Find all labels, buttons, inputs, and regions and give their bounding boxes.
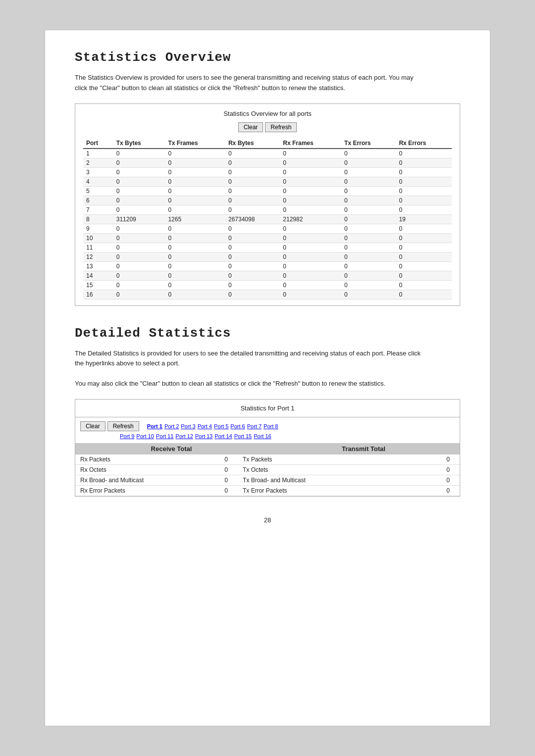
port-tab-9[interactable]: Port 9 [120, 433, 134, 439]
col-header-tx-errors: Tx Errors [341, 138, 396, 149]
port-tab-3[interactable]: Port 3 [181, 423, 195, 429]
overview-btn-row: Clear Refresh [83, 122, 452, 132]
overview-panel-title: Statistics Overview for all ports [83, 110, 452, 117]
overview-refresh-button[interactable]: Refresh [265, 122, 297, 132]
table-row: 11000000 [83, 243, 452, 252]
detailed-statistics-desc1: The Detailed Statistics is provided for … [75, 349, 422, 369]
col-header-tx-bytes: Tx Bytes [113, 138, 165, 149]
table-row: 16000000 [83, 290, 452, 299]
table-row: 6000000 [83, 196, 452, 205]
table-row: 3000000 [83, 167, 452, 177]
detailed-statistics-panel: Statistics for Port 1 Clear Refresh Port… [75, 399, 460, 497]
detail-clear-button[interactable]: Clear [80, 421, 106, 431]
table-row: 14000000 [83, 271, 452, 280]
col-header-rx-frames: Rx Frames [280, 138, 341, 149]
page-number: 28 [75, 516, 460, 524]
overview-clear-button[interactable]: Clear [238, 122, 264, 132]
table-row: 10000000 [83, 233, 452, 243]
port-tabs-row2: Port 9 Port 10 Port 11 Port 12 Port 13 P… [75, 433, 460, 443]
detail-refresh-button[interactable]: Refresh [107, 421, 139, 431]
statistics-overview-panel: Statistics Overview for all ports Clear … [75, 103, 460, 306]
port-tabs-row1: Clear Refresh Port 1 Port 2 Port 3 Port … [75, 417, 460, 433]
port-tab-12[interactable]: Port 12 [175, 433, 193, 439]
detail-table-row: Rx Error Packets0Tx Error Packets0 [75, 485, 460, 496]
detail-stats-table: Rx Packets0Tx Packets0Rx Octets0Tx Octet… [75, 454, 460, 496]
port-tab-10[interactable]: Port 10 [136, 433, 154, 439]
port-tab-8[interactable]: Port 8 [264, 423, 278, 429]
table-row: 9000000 [83, 224, 452, 233]
table-row: 15000000 [83, 280, 452, 290]
overview-stats-table: Port Tx Bytes Tx Frames Rx Bytes Rx Fram… [83, 138, 452, 300]
port-tab-2[interactable]: Port 2 [164, 423, 179, 429]
page-container: Statistics Overview The Statistics Overv… [45, 30, 490, 726]
col-header-port: Port [83, 138, 113, 149]
port-tab-5[interactable]: Port 5 [214, 423, 228, 429]
port-tab-13[interactable]: Port 13 [195, 433, 213, 439]
detail-panel-title: Statistics for Port 1 [75, 400, 460, 417]
col-header-tx-frames: Tx Frames [165, 138, 225, 149]
port-tab-1[interactable]: Port 1 [147, 423, 162, 429]
port-tab-4[interactable]: Port 4 [198, 423, 212, 429]
transmit-total-header: Transmit Total [268, 445, 460, 453]
port-tab-16[interactable]: Port 16 [254, 433, 271, 439]
receive-total-header: Receive Total [75, 445, 268, 453]
detail-table-row: Rx Octets0Tx Octets0 [75, 464, 460, 475]
port-tab-11[interactable]: Port 11 [156, 433, 173, 439]
table-row: 4000000 [83, 177, 452, 186]
port-tab-14[interactable]: Port 14 [214, 433, 232, 439]
detailed-statistics-desc2: You may also click the "Clear" button to… [75, 379, 422, 389]
port-tab-6[interactable]: Port 6 [230, 423, 245, 429]
table-row: 13000000 [83, 261, 452, 271]
detailed-statistics-title: Detailed Statistics [75, 326, 460, 341]
port-tab-7[interactable]: Port 7 [247, 423, 262, 429]
detail-table-row: Rx Broad- and Multicast0Tx Broad- and Mu… [75, 475, 460, 485]
table-row: 12000000 [83, 252, 452, 261]
statistics-overview-description: The Statistics Overview is provided for … [75, 73, 422, 94]
col-header-rx-errors: Rx Errors [396, 138, 452, 149]
port-tab-15[interactable]: Port 15 [234, 433, 252, 439]
table-row: 5000000 [83, 186, 452, 196]
col-header-rx-bytes: Rx Bytes [225, 138, 280, 149]
detail-table-row: Rx Packets0Tx Packets0 [75, 454, 460, 465]
table-row: 7000000 [83, 205, 452, 214]
table-row: 1000000 [83, 149, 452, 158]
receive-transmit-header: Receive Total Transmit Total [75, 443, 460, 454]
statistics-overview-title: Statistics Overview [75, 50, 460, 65]
table-row: 2000000 [83, 158, 452, 167]
table-row: 8311209126526734098212982019 [83, 214, 452, 224]
